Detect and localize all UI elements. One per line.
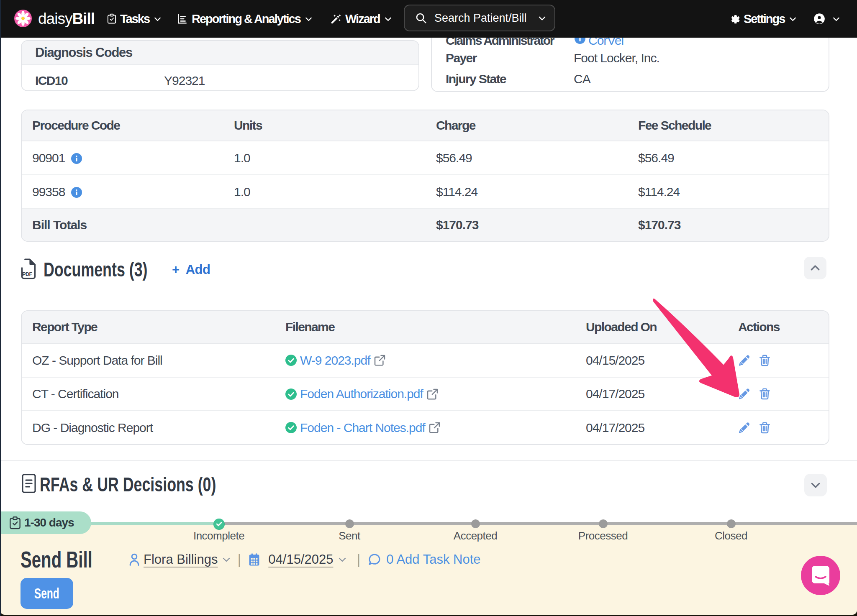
svg-text:PDF: PDF [22,271,32,277]
